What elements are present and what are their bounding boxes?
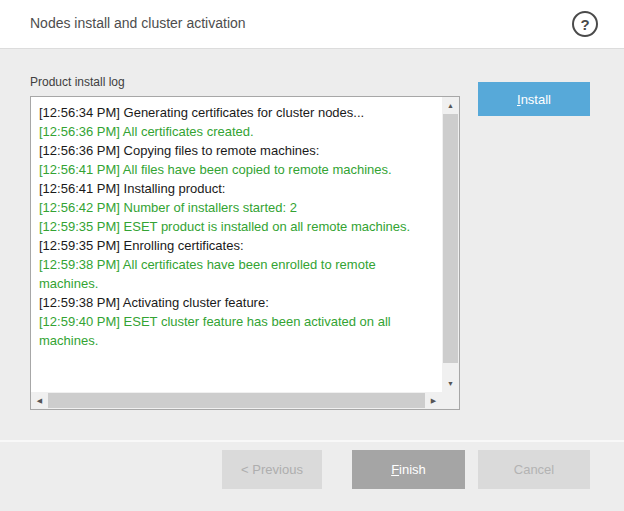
vertical-scrollbar-thumb[interactable] bbox=[443, 114, 458, 363]
log-line: [12:56:36 PM] Copying files to remote ma… bbox=[39, 141, 438, 160]
log-line: [12:56:34 PM] Generating certificates fo… bbox=[39, 103, 438, 122]
page-title: Nodes install and cluster activation bbox=[30, 15, 246, 31]
scroll-down-button[interactable]: ▼ bbox=[442, 375, 459, 392]
question-mark-icon: ? bbox=[580, 16, 589, 33]
log-line: [12:59:35 PM] Enrolling certificates: bbox=[39, 236, 438, 255]
help-button[interactable]: ? bbox=[572, 11, 598, 37]
log-line: [12:59:38 PM] All certificates have been… bbox=[39, 255, 438, 293]
log-line: [12:59:38 PM] Activating cluster feature… bbox=[39, 293, 438, 312]
wizard-dialog: Nodes install and cluster activation ? P… bbox=[0, 0, 624, 511]
install-button[interactable]: Install bbox=[478, 82, 590, 116]
scroll-left-button[interactable]: ◀ bbox=[31, 392, 48, 409]
previous-button[interactable]: < Previous bbox=[222, 450, 322, 489]
log-line: [12:59:35 PM] ESET product is installed … bbox=[39, 217, 438, 236]
log-line: [12:56:41 PM] Installing product: bbox=[39, 179, 438, 198]
log-line: [12:56:36 PM] All certificates created. bbox=[39, 122, 438, 141]
horizontal-scrollbar-thumb[interactable] bbox=[48, 393, 425, 408]
vertical-scrollbar[interactable]: ▲ ▼ bbox=[442, 97, 459, 392]
footer-divider bbox=[0, 440, 624, 442]
log-line: [12:59:40 PM] ESET cluster feature has b… bbox=[39, 312, 438, 350]
log-line: [12:56:42 PM] Number of installers start… bbox=[39, 198, 438, 217]
log-line: [12:56:41 PM] All files have been copied… bbox=[39, 160, 438, 179]
install-log: [12:56:34 PM] Generating certificates fo… bbox=[31, 97, 442, 392]
cancel-button[interactable]: Cancel bbox=[478, 450, 590, 489]
scrollbar-corner bbox=[442, 392, 459, 409]
scroll-up-button[interactable]: ▲ bbox=[442, 97, 459, 114]
header: Nodes install and cluster activation ? bbox=[0, 0, 624, 49]
scroll-right-button[interactable]: ▶ bbox=[425, 392, 442, 409]
install-log-box: [12:56:34 PM] Generating certificates fo… bbox=[30, 96, 460, 410]
horizontal-scrollbar[interactable]: ◀ ▶ bbox=[31, 392, 442, 409]
finish-button[interactable]: Finish bbox=[352, 450, 465, 489]
log-label: Product install log bbox=[30, 75, 125, 89]
